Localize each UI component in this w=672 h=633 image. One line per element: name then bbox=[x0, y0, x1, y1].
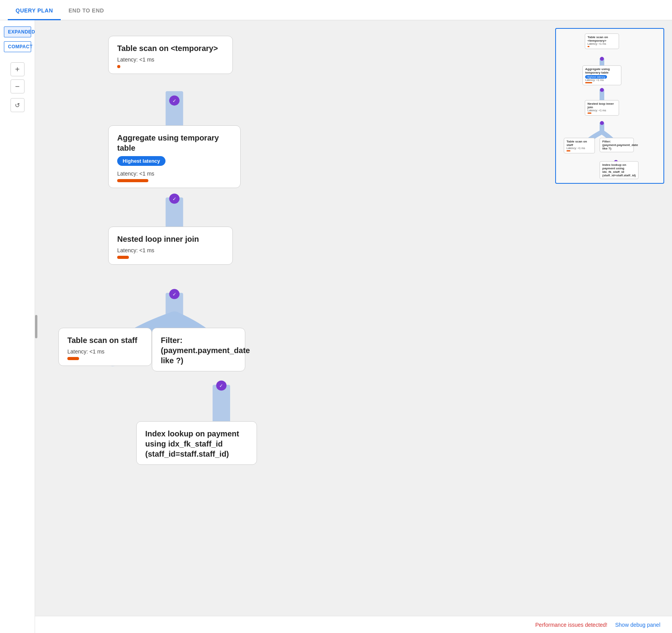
node-index-lookup[interactable]: Index lookup on payment using idx_fk_sta… bbox=[136, 421, 257, 465]
minimap-node-aggregate: Aggregate using temporary table Highest … bbox=[582, 65, 621, 85]
node-latency-nested-loop: Latency: <1 ms bbox=[117, 247, 224, 253]
node-latency-aggregate: Latency: <1 ms bbox=[117, 171, 232, 177]
minimap-node-table-scan-staff: Table scan on staff Latency: <1 ms bbox=[564, 138, 595, 153]
latency-bar-table-scan-staff bbox=[67, 357, 79, 360]
status-bar: Performance issues detected! Show debug … bbox=[35, 616, 672, 633]
node-table-scan-staff[interactable]: Table scan on staff Latency: <1 ms bbox=[58, 328, 152, 366]
svg-rect-3 bbox=[213, 385, 230, 424]
node-latency-table-scan-temp: Latency: <1 ms bbox=[117, 56, 224, 63]
latency-bar-table-scan-temp bbox=[117, 65, 120, 68]
compact-button[interactable]: COMPACT bbox=[4, 41, 31, 52]
svg-point-8 bbox=[169, 289, 180, 299]
node-title-table-scan-temp: Table scan on <temporary> bbox=[117, 43, 224, 53]
tab-end-to-end[interactable]: END TO END bbox=[61, 2, 112, 20]
latency-bar-nested-loop bbox=[117, 256, 129, 259]
zoom-controls: + − ↺ bbox=[11, 62, 25, 112]
svg-point-10 bbox=[216, 380, 227, 390]
node-latency-table-scan-staff: Latency: <1 ms bbox=[67, 348, 143, 355]
minimap: Table scan on <temporary> Latency: <1 ms… bbox=[555, 28, 664, 184]
performance-warning: Performance issues detected! bbox=[535, 622, 607, 628]
node-title-filter: Filter: (payment.payment_date like ?) bbox=[161, 335, 236, 366]
minimap-node-table-scan-temp: Table scan on <temporary> Latency: <1 ms bbox=[585, 33, 619, 49]
svg-text:✓: ✓ bbox=[172, 292, 176, 297]
node-aggregate-temp[interactable]: Aggregate using temporary table Highest … bbox=[108, 125, 241, 188]
svg-point-16 bbox=[600, 57, 604, 61]
tab-query-plan[interactable]: QUERY PLAN bbox=[8, 2, 61, 20]
minimap-node-nested-loop: Nested loop inner join Latency: <1 ms bbox=[585, 100, 619, 116]
svg-point-4 bbox=[169, 95, 180, 106]
minimap-badge: Highest latency bbox=[585, 75, 607, 79]
node-title-aggregate: Aggregate using temporary table bbox=[117, 133, 232, 153]
latency-bar-aggregate bbox=[117, 179, 148, 182]
svg-point-6 bbox=[169, 193, 180, 204]
svg-point-17 bbox=[600, 88, 604, 92]
debug-panel-link[interactable]: Show debug panel bbox=[615, 622, 660, 628]
main-area: EXPANDED COMPACT + − ↺ ✓ bbox=[0, 20, 672, 633]
minimap-node-filter: Filter: (payment.payment_date like ?) bbox=[600, 138, 634, 152]
svg-text:✓: ✓ bbox=[219, 383, 223, 389]
node-title-table-scan-staff: Table scan on staff bbox=[67, 335, 143, 345]
expanded-button[interactable]: EXPANDED bbox=[4, 26, 31, 37]
node-nested-loop[interactable]: Nested loop inner join Latency: <1 ms bbox=[108, 227, 233, 265]
highest-latency-badge: Highest latency bbox=[117, 156, 165, 166]
node-filter[interactable]: Filter: (payment.payment_date like ?) bbox=[152, 328, 245, 371]
svg-text:✓: ✓ bbox=[172, 196, 176, 202]
zoom-reset-button[interactable]: ↺ bbox=[11, 98, 25, 112]
node-title-index-lookup: Index lookup on payment using idx_fk_sta… bbox=[145, 429, 248, 459]
svg-point-18 bbox=[600, 121, 604, 125]
left-panel: EXPANDED COMPACT + − ↺ bbox=[0, 20, 35, 633]
node-table-scan-temp[interactable]: Table scan on <temporary> Latency: <1 ms bbox=[108, 36, 233, 74]
svg-text:✓: ✓ bbox=[172, 98, 176, 104]
canvas-area: ✓ ✓ ✓ ✓ Table scan on <temporary> Latenc… bbox=[35, 20, 672, 633]
tab-bar: QUERY PLAN END TO END bbox=[0, 0, 672, 20]
zoom-out-button[interactable]: − bbox=[11, 79, 25, 93]
svg-rect-2 bbox=[165, 293, 183, 320]
minimap-node-index-lookup: Index lookup on payment using idx_fk_sta… bbox=[600, 161, 639, 179]
zoom-in-button[interactable]: + bbox=[11, 62, 25, 76]
side-handle[interactable] bbox=[35, 315, 37, 338]
node-title-nested-loop: Nested loop inner join bbox=[117, 234, 224, 244]
